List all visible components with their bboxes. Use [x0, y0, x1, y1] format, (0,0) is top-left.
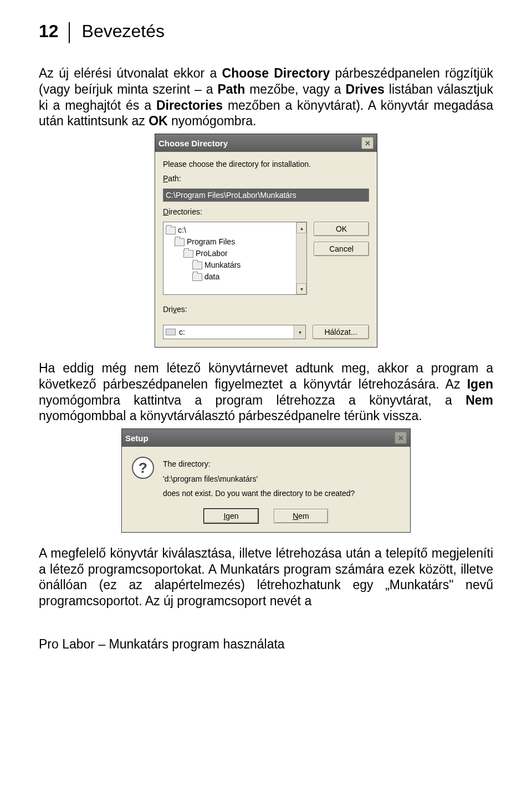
page-footer: Pro Labor – Munkatárs program használata — [39, 637, 493, 652]
ok-button[interactable]: OK — [314, 222, 369, 236]
directories-label: Directories: — [163, 207, 369, 216]
list-item-label: ProLabor — [196, 248, 228, 259]
page-number: 12 — [39, 22, 70, 43]
button-label: em — [298, 512, 309, 520]
list-item-label: c:\ — [178, 224, 186, 236]
message-line: 'd:\program files\munkatárs' — [163, 472, 400, 487]
text: nyomógombra. — [168, 114, 257, 128]
text: Az új elérési útvonalat ekkor a — [39, 66, 222, 80]
folder-open-icon — [175, 238, 185, 246]
text-bold: OK — [149, 114, 168, 128]
page-header: 12 Bevezetés — [39, 22, 493, 43]
chevron-down-icon[interactable]: ▾ — [294, 325, 305, 339]
list-item[interactable]: Program Files — [165, 236, 295, 248]
list-item[interactable]: c:\ — [165, 224, 295, 236]
chapter-title: Bevezetés — [70, 22, 165, 40]
directories-listbox[interactable]: c:\ Program Files ProLabor Munkatárs dat… — [163, 222, 307, 295]
text-bold: Nem — [466, 393, 493, 407]
dialog-title: Setup — [125, 433, 149, 443]
label-text: irectories: — [168, 207, 202, 216]
scrollbar[interactable]: ▴ ▾ — [296, 222, 306, 294]
text: Ha eddig még nem létező könyvtárnevet ad… — [39, 361, 493, 391]
drives-combobox[interactable]: c: ▾ — [163, 325, 306, 339]
text: nyomógombbal a könyvtárválasztó párbeszé… — [39, 408, 422, 423]
text: mezőbe, vagy a — [245, 82, 345, 96]
accelerator: N — [293, 512, 298, 520]
list-item-label: Program Files — [187, 236, 235, 248]
label-text: ath: — [168, 174, 181, 183]
accelerator: D — [163, 207, 168, 216]
dialog-message: The directory: 'd:\program files\munkatá… — [163, 457, 400, 501]
folder-icon — [192, 273, 202, 281]
text-bold: Drives — [346, 82, 385, 96]
folder-open-icon — [183, 250, 193, 258]
message-line: does not exist. Do you want the director… — [163, 486, 400, 501]
list-item-label: data — [204, 271, 219, 283]
message-line: The directory: — [163, 457, 400, 472]
text-bold: Igen — [467, 377, 493, 391]
button-label: gen — [226, 512, 238, 520]
choose-directory-dialog: Choose Directory ✕ Please choose the dir… — [155, 134, 377, 348]
paragraph-1: Az új elérési útvonalat ekkor a Choose D… — [39, 65, 493, 129]
folder-open-icon — [166, 227, 176, 234]
text: nyomógombra kattintva a program létrehoz… — [39, 393, 466, 407]
cancel-button[interactable]: Cancel — [314, 242, 369, 256]
close-icon[interactable]: ✕ — [361, 137, 374, 149]
scroll-up-icon[interactable]: ▴ — [296, 222, 306, 233]
dialog-titlebar[interactable]: Choose Directory ✕ — [155, 134, 377, 152]
list-item[interactable]: Munkatárs — [165, 259, 295, 271]
folder-open-icon — [192, 262, 202, 269]
drives-label: Drives: — [163, 305, 369, 314]
question-icon: ? — [132, 457, 154, 479]
paragraph-3: A megfelelő könyvtár kiválasztása, illet… — [39, 545, 493, 609]
text-bold: Choose Directory — [222, 66, 330, 80]
list-item-label: Munkatárs — [204, 259, 241, 271]
path-label: Path: — [163, 174, 369, 183]
accelerator: v — [173, 305, 177, 314]
accelerator: P — [163, 174, 168, 183]
scroll-down-icon[interactable]: ▾ — [296, 283, 306, 294]
close-icon: ✕ — [395, 432, 407, 444]
dialog-instruction: Please choose the directory for installa… — [163, 160, 369, 168]
setup-confirm-dialog: Setup ✕ ? The directory: 'd:\program fil… — [121, 428, 411, 533]
drives-value: c: — [179, 328, 185, 336]
path-input[interactable]: C:\Program Files\ProLabor\Munkatárs — [163, 188, 369, 202]
no-button[interactable]: Nem — [274, 509, 328, 523]
label-text: es: — [177, 305, 187, 314]
list-item[interactable]: ProLabor — [165, 248, 295, 259]
paragraph-2: Ha eddig még nem létező könyvtárnevet ad… — [39, 360, 493, 424]
list-item[interactable]: data — [165, 271, 295, 283]
dialog-title: Choose Directory — [158, 139, 228, 148]
text-bold: Directories — [156, 98, 223, 113]
text-bold: Path — [217, 82, 245, 96]
drive-icon — [166, 329, 176, 335]
network-button[interactable]: Hálózat... — [313, 325, 369, 339]
yes-button[interactable]: Igen — [204, 509, 258, 523]
dialog-titlebar[interactable]: Setup ✕ — [122, 429, 410, 447]
label-text: Dri — [163, 305, 173, 314]
